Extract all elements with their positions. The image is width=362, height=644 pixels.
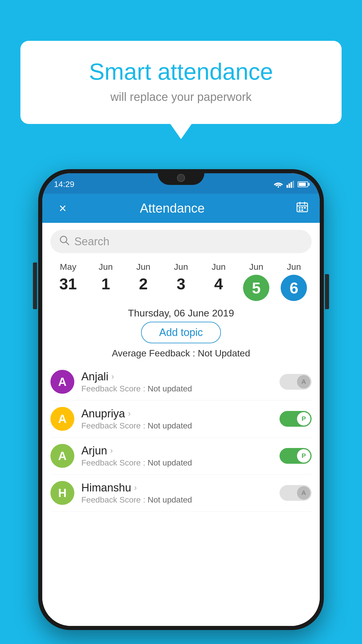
student-avatar: H [50,481,74,505]
date-number[interactable]: 1 [101,275,110,293]
student-list: AAnjali ›Feedback Score : Not updatedAAA… [42,363,320,512]
toggle-knob: P [297,449,310,463]
date-item[interactable]: Jun1 [90,262,122,293]
speech-bubble-title: Smart attendance [44,58,318,85]
signal-icon [287,181,294,188]
date-item[interactable]: Jun3 [165,262,197,293]
date-item[interactable]: Jun6 [278,262,310,301]
student-info: Anjali ›Feedback Score : Not updated [81,370,273,393]
student-name: Himanshu › [81,482,273,494]
speech-bubble-subtitle: will replace your paperwork [44,90,318,104]
date-number[interactable]: 3 [177,275,185,293]
student-avatar: A [50,370,74,394]
speech-bubble-container: Smart attendance will replace your paper… [20,41,342,124]
svg-rect-9 [299,207,301,209]
student-feedback: Feedback Score : Not updated [81,384,273,393]
phone-outer: 14:29 [38,169,324,630]
svg-rect-13 [301,209,303,211]
avg-feedback-value: Not Updated [198,348,250,358]
selected-date: Thursday, 06 June 2019 [42,307,320,319]
date-number[interactable]: 4 [214,275,223,293]
date-month: Jun [174,262,188,272]
date-month: Jun [136,262,150,272]
app-content: Search May31Jun1Jun2Jun3Jun4Jun5Jun6 Thu… [42,223,320,626]
wifi-icon [274,181,283,188]
svg-rect-4 [293,181,294,188]
toggle-knob: P [297,412,310,426]
phone-camera [177,174,185,182]
student-row[interactable]: AArjun ›Feedback Score : Not updatedP [50,438,312,475]
app-header: × Attendance [42,194,320,223]
student-info: Himanshu ›Feedback Score : Not updated [81,482,273,505]
status-time: 14:29 [54,178,74,189]
date-circle-blue[interactable]: 6 [281,275,307,301]
date-month: Jun [249,262,263,272]
svg-rect-1 [287,185,288,188]
chevron-right-icon: › [134,483,137,492]
student-info: Anupriya ›Feedback Score : Not updated [81,407,273,430]
date-item[interactable]: Jun2 [127,262,159,293]
student-row[interactable]: AAnupriya ›Feedback Score : Not updatedP [50,400,312,438]
header-title: Attendance [54,201,291,216]
date-number[interactable]: 2 [139,275,148,293]
student-row[interactable]: HHimanshu ›Feedback Score : Not updatedA [50,475,312,512]
date-row: May31Jun1Jun2Jun3Jun4Jun5Jun6 [42,258,320,303]
student-name: Arjun › [81,444,273,457]
student-feedback: Feedback Score : Not updated [81,421,273,430]
attendance-toggle[interactable]: A [280,485,312,501]
date-item[interactable]: Jun4 [203,262,235,293]
attendance-toggle[interactable]: P [280,448,312,464]
toggle-knob: A [297,486,310,500]
date-item[interactable]: Jun5 [240,262,272,301]
avg-feedback-label: Average Feedback : [112,348,198,358]
attendance-toggle[interactable]: P [280,411,312,427]
speech-bubble: Smart attendance will replace your paper… [20,41,342,124]
phone-screen: 14:29 [42,173,320,626]
svg-rect-12 [299,209,301,211]
date-number[interactable]: 31 [59,275,77,293]
date-circle-green[interactable]: 5 [243,275,269,301]
date-month: Jun [287,262,301,272]
student-avatar: A [50,444,74,468]
chevron-right-icon: › [110,446,113,455]
chevron-right-icon: › [111,372,114,381]
phone-notch [158,169,204,185]
date-month: Jun [99,262,113,272]
student-avatar: A [50,407,74,431]
phone-container: 14:29 [38,169,324,630]
svg-rect-3 [291,182,292,188]
search-bar[interactable]: Search [50,230,312,253]
date-month: May [60,262,76,272]
add-topic-button[interactable]: Add topic [141,322,221,343]
attendance-toggle[interactable]: A [280,374,312,390]
student-info: Arjun ›Feedback Score : Not updated [81,444,273,468]
student-row[interactable]: AAnjali ›Feedback Score : Not updatedA [50,363,312,400]
search-icon [59,235,70,248]
avg-feedback: Average Feedback : Not Updated [42,348,320,359]
svg-rect-10 [301,207,303,209]
student-feedback: Feedback Score : Not updated [81,495,273,505]
calendar-icon[interactable] [291,201,308,216]
svg-line-15 [66,242,69,245]
date-month: Jun [212,262,226,272]
student-name: Anupriya › [81,407,273,420]
student-name: Anjali › [81,370,273,383]
svg-rect-11 [304,207,306,209]
svg-rect-2 [289,183,290,188]
date-item[interactable]: May31 [52,262,84,293]
student-feedback: Feedback Score : Not updated [81,458,273,468]
battery-icon [298,181,308,187]
chevron-right-icon: › [128,409,131,418]
search-placeholder: Search [74,235,109,248]
svg-point-0 [278,186,279,188]
status-icons [274,179,308,188]
toggle-knob: A [297,375,310,388]
